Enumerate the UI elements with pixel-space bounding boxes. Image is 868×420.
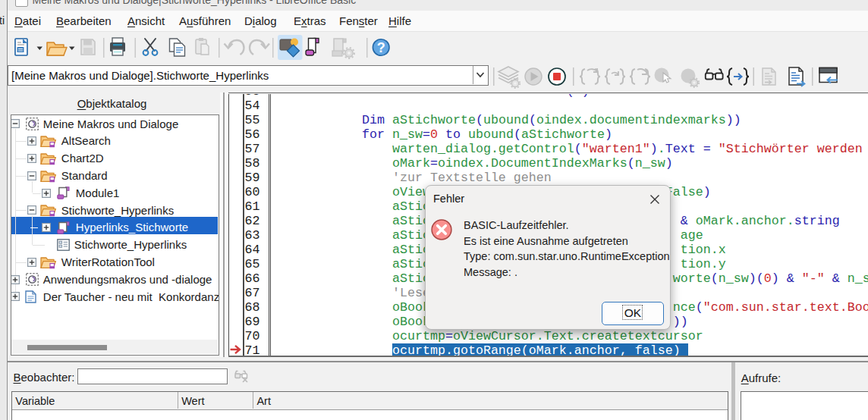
svg-text:?: ? (377, 40, 385, 55)
